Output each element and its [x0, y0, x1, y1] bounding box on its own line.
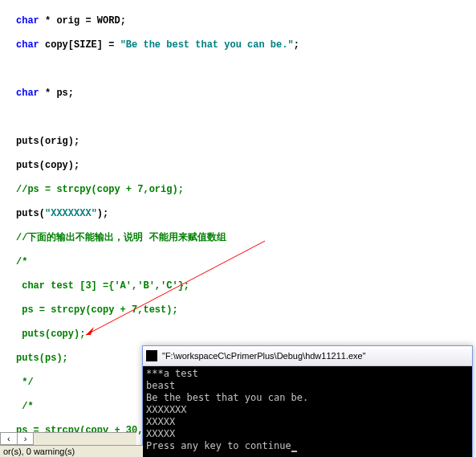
comment-line: /*	[16, 256, 460, 268]
console-title: "F:\workspaceC\cPrimerPlus\Debug\hdw1121…	[162, 351, 366, 361]
code-line: char * orig = WORD;	[16, 15, 460, 27]
console-line: XXXXX	[146, 428, 175, 439]
code-line: puts("XXXXXXX");	[16, 208, 460, 220]
status-bar: ‹› or(s), 0 warning(s)	[0, 432, 143, 457]
comment-line: //下面的输出不能输出，说明 不能用来赋值数组	[16, 232, 460, 244]
code-line: puts(orig);	[16, 136, 460, 148]
console-titlebar[interactable]: "F:\workspaceC\cPrimerPlus\Debug\hdw1121…	[143, 346, 472, 366]
code-line: puts(copy);	[16, 160, 460, 172]
comment-line: char test [3] ={'A','B','C'};	[16, 280, 460, 292]
string-literal: "XXXXXXX"	[45, 208, 97, 219]
cursor-icon	[291, 451, 297, 452]
console-line: XXXXX	[146, 416, 175, 427]
keyword: char	[16, 15, 39, 27]
keyword: char	[16, 39, 39, 51]
comment-line: ps = strcpy(copy + 7,test);	[16, 304, 460, 316]
console-window[interactable]: "F:\workspaceC\cPrimerPlus\Debug\hdw1121…	[142, 345, 473, 457]
console-line: ***a test	[146, 368, 198, 379]
comment-line: puts(copy);	[16, 328, 460, 341]
console-line: Be the best that you can be.	[146, 392, 308, 403]
status-tabs: ‹›	[0, 432, 136, 445]
code-line: char * ps;	[16, 88, 460, 100]
keyword: char	[16, 88, 39, 99]
build-status: or(s), 0 warning(s)	[0, 445, 143, 457]
comment-line: //ps = strcpy(copy + 7,orig);	[16, 184, 460, 196]
console-icon	[146, 350, 157, 361]
code-line: char copy[SIZE] = "Be the best that you …	[16, 39, 460, 51]
string-literal: "Be the best that you can be."	[120, 39, 294, 51]
console-line: beast	[146, 380, 175, 391]
console-line: XXXXXXX	[146, 404, 187, 415]
tab-prev[interactable]: ‹	[0, 433, 18, 445]
console-output[interactable]: ***a test beast Be the best that you can…	[143, 366, 472, 457]
console-line: Press any key to continue	[146, 440, 291, 451]
tab-next[interactable]: ›	[17, 433, 35, 445]
